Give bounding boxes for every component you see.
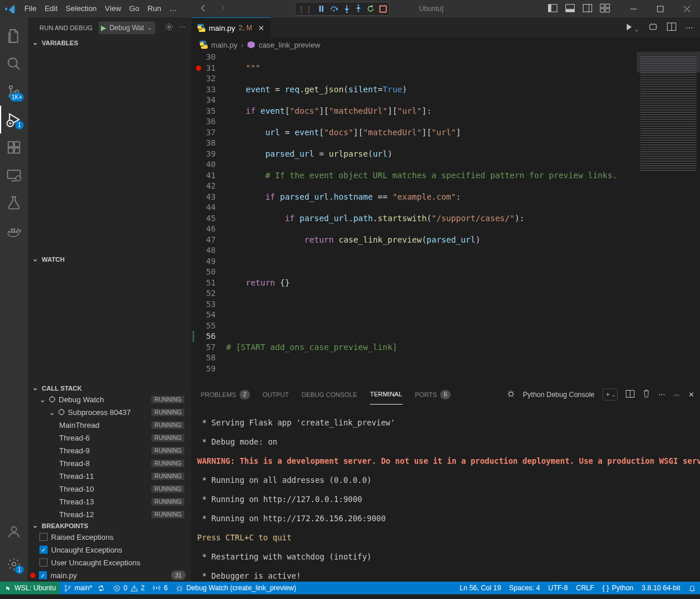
checkbox-icon[interactable]: [39, 558, 48, 566]
new-terminal-icon[interactable]: ＋⌄: [603, 388, 618, 400]
menu-edit[interactable]: Edit: [41, 0, 61, 17]
panel-tab-problems[interactable]: PROBLEMS2: [201, 390, 250, 399]
activity-run-debug[interactable]: 1: [0, 106, 28, 133]
panel-close-icon[interactable]: ✕: [688, 391, 694, 399]
menu-run[interactable]: Run: [143, 0, 165, 17]
checkbox-icon[interactable]: [39, 533, 48, 541]
nav-back-icon[interactable]: [200, 4, 208, 14]
menu-go[interactable]: Go: [125, 0, 143, 17]
step-into-icon[interactable]: [343, 5, 350, 13]
restart-icon[interactable]: [367, 5, 375, 13]
close-icon[interactable]: [673, 0, 700, 17]
status-ports[interactable]: 6: [148, 582, 172, 594]
gear-icon[interactable]: [165, 23, 173, 33]
nav-forward-icon[interactable]: [218, 4, 226, 14]
minimize-icon[interactable]: [620, 0, 647, 17]
chevron-down-icon[interactable]: ⌄: [147, 24, 152, 31]
debug-config-dropdown[interactable]: ▶ Debug Wat ⌄: [99, 21, 156, 34]
checkbox-icon[interactable]: ✓: [39, 546, 48, 554]
more-icon[interactable]: ⋯: [658, 391, 665, 399]
code-editor[interactable]: 3031323334353637383940414243444546474849…: [191, 52, 700, 384]
stop-icon[interactable]: [379, 5, 387, 13]
drag-handle-icon[interactable]: ⋮⋮: [298, 5, 313, 13]
status-branch[interactable]: main*: [60, 582, 109, 594]
start-debug-icon[interactable]: ▶: [101, 24, 106, 32]
callstack-thread[interactable]: MainThreadRUNNING: [28, 418, 191, 431]
panel-tab-output[interactable]: OUTPUT: [263, 391, 289, 398]
menu-file[interactable]: File: [20, 0, 41, 17]
activity-accounts[interactable]: [0, 518, 28, 546]
activity-settings[interactable]: 1: [0, 550, 28, 578]
bp-uncaught[interactable]: ✓Uncaught Exceptions: [28, 543, 191, 556]
activity-explorer[interactable]: [0, 22, 28, 50]
callstack-thread[interactable]: Thread-12RUNNING: [28, 508, 191, 521]
toggle-primary-sidebar-icon[interactable]: [548, 4, 557, 14]
customize-layout-icon[interactable]: [600, 4, 610, 14]
activity-testing[interactable]: [0, 189, 28, 217]
bp-user-uncaught[interactable]: User Uncaught Exceptions: [28, 556, 191, 569]
bp-raised[interactable]: Raised Exceptions: [28, 531, 191, 543]
callstack-session[interactable]: ⌄ Debug Watch RUNNING: [28, 393, 191, 406]
menu-more[interactable]: …: [165, 0, 181, 17]
debug-toolbar[interactable]: ⋮⋮: [295, 2, 390, 16]
tab-close-icon[interactable]: ✕: [258, 24, 264, 33]
menu-selection[interactable]: Selection: [61, 0, 100, 17]
callstack-thread[interactable]: Thread-8RUNNING: [28, 457, 191, 470]
split-editor-icon[interactable]: [667, 23, 676, 33]
sync-icon[interactable]: [97, 584, 105, 592]
section-breakpoints[interactable]: ⌄BREAKPOINTS: [28, 521, 191, 531]
callstack-thread[interactable]: Thread-6RUNNING: [28, 431, 191, 444]
debug-alt-icon[interactable]: [648, 22, 658, 33]
status-debug[interactable]: Debug Watch (create_link_preview): [172, 582, 300, 594]
activity-search[interactable]: [0, 50, 28, 78]
trash-icon[interactable]: [643, 389, 650, 399]
code-content[interactable]: """ event = req.get_json(silent=True) if…: [226, 52, 636, 384]
callstack-subprocess[interactable]: ⌄ Subprocess 80437 RUNNING: [28, 406, 191, 418]
terminal[interactable]: * Serving Flask app 'create_link_preview…: [191, 405, 700, 582]
more-icon[interactable]: ⋯: [686, 23, 693, 32]
toggle-panel-icon[interactable]: [565, 4, 575, 14]
bp-file[interactable]: ✓main.py31: [28, 569, 191, 582]
menu-view[interactable]: View: [101, 0, 125, 17]
line-number-gutter[interactable]: 3031323334353637383940414243444546474849…: [191, 52, 226, 384]
callstack-thread[interactable]: Thread-11RUNNING: [28, 470, 191, 482]
callstack-thread[interactable]: Thread-9RUNNING: [28, 444, 191, 457]
section-callstack[interactable]: ⌄CALL STACK: [28, 383, 191, 393]
status-indent[interactable]: Spaces: 4: [505, 582, 544, 594]
activity-extensions[interactable]: [0, 133, 28, 161]
maximize-icon[interactable]: [647, 0, 673, 17]
toggle-secondary-sidebar-icon[interactable]: [583, 4, 592, 14]
activity-remote[interactable]: [0, 161, 28, 189]
tab-main-py[interactable]: main.py 2, M ✕: [191, 17, 271, 38]
callstack-thread[interactable]: Thread-13RUNNING: [28, 495, 191, 508]
terminal-profile[interactable]: Python Debug Console: [523, 391, 594, 399]
activity-scm[interactable]: 1K+: [0, 78, 28, 106]
run-play-icon[interactable]: ⌄: [625, 23, 639, 33]
status-cursor-pos[interactable]: Ln 56, Col 19: [455, 582, 505, 594]
checkbox-icon[interactable]: ✓: [39, 571, 47, 579]
status-interpreter[interactable]: 3.8.10 64-bit: [637, 582, 684, 594]
callstack-thread[interactable]: Thread-10RUNNING: [28, 482, 191, 495]
pause-icon[interactable]: [317, 5, 325, 13]
debug-small-icon: [507, 389, 515, 399]
status-problems[interactable]: 0 2: [109, 582, 148, 594]
status-remote[interactable]: WSL: Ubuntu: [0, 582, 60, 594]
panel-tab-debug-console[interactable]: DEBUG CONSOLE: [302, 391, 357, 398]
panel-tab-ports[interactable]: PORTS6: [415, 390, 451, 399]
window-title: Ubuntu]: [419, 5, 443, 13]
minimap[interactable]: [636, 52, 700, 384]
section-variables[interactable]: ⌄VARIABLES: [28, 38, 191, 48]
status-encoding[interactable]: UTF-8: [544, 582, 572, 594]
section-watch[interactable]: ⌄WATCH: [28, 254, 191, 264]
split-terminal-icon[interactable]: [626, 390, 634, 399]
status-notifications[interactable]: [684, 582, 700, 594]
breadcrumb[interactable]: main.py › case_link_preview: [191, 38, 700, 52]
step-over-icon[interactable]: [330, 5, 339, 13]
step-out-icon[interactable]: [355, 5, 362, 13]
activity-docker[interactable]: [0, 217, 28, 245]
status-language[interactable]: { }Python: [599, 582, 638, 594]
status-eol[interactable]: CRLF: [572, 582, 598, 594]
more-icon[interactable]: ⋯: [179, 24, 186, 31]
chevron-up-icon[interactable]: ︿: [673, 389, 680, 399]
panel-tab-terminal[interactable]: TERMINAL: [370, 385, 402, 405]
